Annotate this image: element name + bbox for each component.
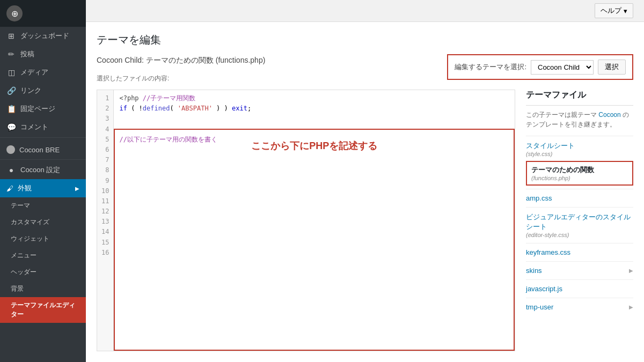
sidebar-item-appearance[interactable]: 🖌 外観 ▶ <box>0 179 86 197</box>
sidebar-sub-widgets[interactable]: ウィジェット <box>0 231 86 247</box>
sidebar-sub-customize[interactable]: カスタマイズ <box>0 214 86 231</box>
code-content[interactable]: <?php //子テーマ用関数if ( !defined( 'ABSPATH' … <box>114 90 515 351</box>
appearance-arrow-icon: ▶ <box>75 186 79 191</box>
file-link-keyframes[interactable]: keyframes.css <box>526 247 570 258</box>
sidebar-item-cocoon-bre[interactable]: Cocoon BRE <box>0 141 86 158</box>
code-line <box>119 155 509 165</box>
code-line <box>119 217 509 227</box>
sidebar-sub-background[interactable]: 背景 <box>0 280 86 297</box>
help-button[interactable]: ヘルプ ▾ <box>595 3 633 18</box>
sub-menus-label: メニュー <box>11 252 36 259</box>
dashboard-icon: ⊞ <box>6 32 16 40</box>
help-arrow-icon: ▾ <box>624 7 627 15</box>
file-list: スタイルシート(style.css)テーマのための関数(functions.ph… <box>526 136 633 313</box>
sidebar-item-dashboard[interactable]: ⊞ ダッシュボード <box>0 27 86 45</box>
sub-theme-editor-label: テーマファイルエディター <box>11 301 75 318</box>
sidebar-sub-theme[interactable]: テーマ <box>0 197 86 214</box>
code-area[interactable]: 12345678910111213141516 <?php //子テーマ用関数i… <box>97 90 515 351</box>
sidebar-item-comments[interactable]: 💬 コメント <box>0 118 86 136</box>
sub-widgets-label: ウィジェット <box>11 235 49 242</box>
file-link-tmp-user[interactable]: tmp-user <box>526 301 553 313</box>
folder-arrow-icon: ▶ <box>629 304 633 310</box>
comments-icon: 💬 <box>6 123 16 131</box>
sidebar-item-label: 固定ページ <box>20 104 55 114</box>
code-line <box>119 165 509 175</box>
sidebar-item-label: メディア <box>20 68 48 77</box>
annotation-text: ここから下にPHPを記述する <box>251 138 377 154</box>
sidebar-item-label: 投稿 <box>20 49 34 59</box>
theme-select-dropdown[interactable]: Cocoon ChildCocoon <box>531 60 594 75</box>
sidebar-item-cocoon-settings[interactable]: ● Cocoon 設定 <box>0 161 86 179</box>
sidebar-appearance-label: 外観 <box>18 183 32 193</box>
code-line: if ( !defined( 'ABSPATH' ) ) exit; <box>119 104 509 114</box>
links-icon: 🔗 <box>6 86 16 95</box>
pages-icon: 📋 <box>6 105 16 113</box>
code-line <box>119 206 509 217</box>
cocoon-icon <box>6 145 15 154</box>
sidebar-item-links[interactable]: 🔗 リンク <box>0 82 86 100</box>
editor-layout: 12345678910111213141516 <?php //子テーマ用関数i… <box>97 90 633 351</box>
code-line <box>119 186 509 196</box>
theme-selector-label: 編集するテーマを選択: <box>455 62 526 72</box>
code-line <box>119 196 509 206</box>
help-label: ヘルプ <box>601 6 621 16</box>
sub-customize-label: カスタマイズ <box>11 218 49 226</box>
sub-header-label: ヘッダー <box>11 268 36 276</box>
sidebar-sub-header[interactable]: ヘッダー <box>0 264 86 280</box>
wp-logo-icon: ⊕ <box>6 5 23 21</box>
code-line <box>119 114 509 124</box>
cocoon-link[interactable]: Cocoon <box>598 111 620 119</box>
file-link-skins[interactable]: skins <box>526 265 542 276</box>
media-icon: ◫ <box>6 68 16 77</box>
sidebar-sub-menus[interactable]: メニュー <box>0 247 86 264</box>
code-line: <?php //子テーマ用関数 <box>119 93 509 104</box>
appearance-icon: 🖌 <box>6 184 13 193</box>
file-link-amp[interactable]: amp.css <box>526 193 552 204</box>
sidebar-item-label: リンク <box>20 86 41 95</box>
desc-prefix: この子テーマは親テーマ <box>526 111 597 119</box>
code-line <box>119 238 509 248</box>
select-theme-button[interactable]: 選択 <box>598 60 626 75</box>
file-link-visual-editor[interactable]: ビジュアルエディターのスタイルシート(editor-style.css) <box>526 211 633 240</box>
theme-description: この子テーマは親テーマ Cocoon のテンプレートを引き継ぎます。 <box>526 110 633 129</box>
code-line <box>119 124 509 135</box>
page-title: テーマを編集 <box>97 33 633 47</box>
code-editor: 12345678910111213141516 <?php //子テーマ用関数i… <box>97 90 515 351</box>
sidebar-item-media[interactable]: ◫ メディア <box>0 63 86 82</box>
sidebar-sub-theme-editor[interactable]: テーマファイルエディター <box>0 297 86 323</box>
code-line <box>119 176 509 186</box>
code-line <box>119 248 509 258</box>
sidebar-item-label: コメント <box>20 122 48 132</box>
divider2 <box>0 159 86 160</box>
file-link-stylesheet[interactable]: スタイルシート(style.css) <box>526 139 575 159</box>
sub-background-label: 背景 <box>11 285 24 292</box>
sidebar-bre-label: Cocoon BRE <box>19 146 60 154</box>
sub-theme-label: テーマ <box>11 202 30 209</box>
posts-icon: ✏ <box>6 50 16 58</box>
folder-arrow-icon: ▶ <box>629 268 633 274</box>
sidebar-item-posts[interactable]: ✏ 投稿 <box>0 45 86 63</box>
code-line <box>119 227 509 237</box>
line-numbers: 12345678910111213141516 <box>97 90 114 351</box>
content-area: 編集するテーマを選択: Cocoon ChildCocoon 選択 テーマを編集… <box>86 22 644 362</box>
cocoon-settings-icon: ● <box>6 166 16 174</box>
theme-selector-box: 編集するテーマを選択: Cocoon ChildCocoon 選択 <box>447 54 633 80</box>
theme-files-title: テーマファイル <box>526 90 633 106</box>
main-area: ヘルプ ▾ 編集するテーマを選択: Cocoon ChildCocoon 選択 … <box>86 0 644 362</box>
file-link-active-functions[interactable]: テーマのための関数(functions.php) <box>526 161 633 186</box>
sidebar-item-pages[interactable]: 📋 固定ページ <box>0 100 86 118</box>
topbar: ヘルプ ▾ <box>86 0 644 22</box>
sidebar-cocoon-label: Cocoon 設定 <box>20 165 60 175</box>
theme-files-panel: テーマファイル この子テーマは親テーマ Cocoon のテンプレートを引き継ぎま… <box>526 90 633 351</box>
site-logo: ⊕ <box>0 0 86 27</box>
file-link-javascript[interactable]: javascript.js <box>526 283 562 294</box>
sidebar: ⊕ ⊞ ダッシュボード ✏ 投稿 ◫ メディア 🔗 リンク 📋 固定ページ 💬 … <box>0 0 86 362</box>
sidebar-item-label: ダッシュボード <box>20 31 69 41</box>
divider <box>0 137 86 138</box>
